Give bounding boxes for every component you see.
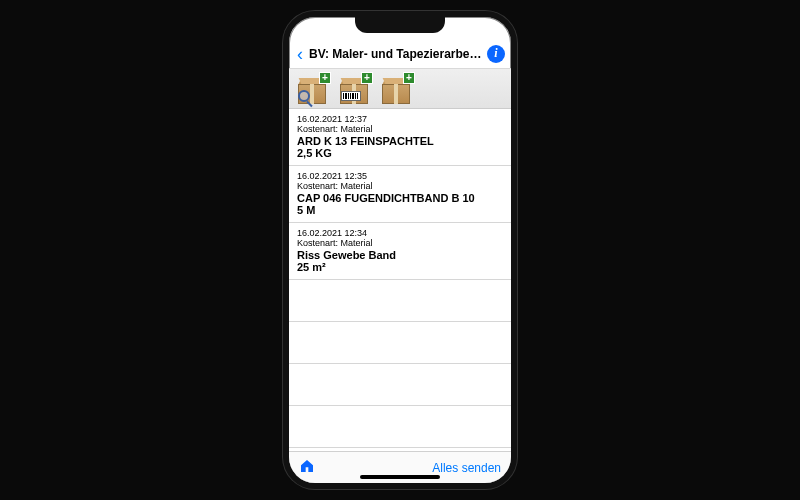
item-timestamp: 16.02.2021 12:37 (297, 114, 503, 124)
barcode-icon (341, 91, 361, 101)
home-indicator (360, 475, 440, 479)
back-button[interactable]: ‹ (295, 45, 305, 63)
info-icon: i (494, 46, 497, 61)
box-icon (382, 82, 410, 104)
info-button[interactable]: i (487, 45, 505, 63)
item-name: Riss Gewebe Band (297, 249, 503, 261)
add-material-search-button[interactable]: + (295, 74, 329, 104)
item-name: CAP 046 FUGENDICHTBAND B 10 (297, 192, 503, 204)
item-quantity: 2,5 KG (297, 147, 503, 159)
item-kostenart: Kostenart: Material (297, 181, 503, 191)
device-notch (355, 17, 445, 33)
item-timestamp: 16.02.2021 12:34 (297, 228, 503, 238)
empty-row (289, 322, 511, 364)
list-item[interactable]: 16.02.2021 12:35Kostenart: MaterialCAP 0… (289, 166, 511, 223)
item-kostenart: Kostenart: Material (297, 124, 503, 134)
item-quantity: 5 M (297, 204, 503, 216)
empty-row (289, 406, 511, 448)
add-material-button[interactable]: + (379, 74, 413, 104)
plus-badge-icon: + (319, 72, 331, 84)
add-material-barcode-button[interactable]: + (337, 74, 371, 104)
item-timestamp: 16.02.2021 12:35 (297, 171, 503, 181)
plus-badge-icon: + (361, 72, 373, 84)
empty-row (289, 364, 511, 406)
empty-row (289, 280, 511, 322)
item-name: ARD K 13 FEINSPACHTEL (297, 135, 503, 147)
list-item[interactable]: 16.02.2021 12:37Kostenart: MaterialARD K… (289, 109, 511, 166)
home-button[interactable] (299, 458, 315, 478)
magnifier-icon (298, 90, 310, 102)
material-list: 16.02.2021 12:37Kostenart: MaterialARD K… (289, 109, 511, 451)
plus-badge-icon: + (403, 72, 415, 84)
list-item[interactable]: 16.02.2021 12:34Kostenart: MaterialRiss … (289, 223, 511, 280)
item-kostenart: Kostenart: Material (297, 238, 503, 248)
nav-bar: ‹ BV: Maler- und Tapezierarbeite... i (289, 39, 511, 69)
phone-frame: ‹ BV: Maler- und Tapezierarbeite... i + … (283, 11, 517, 489)
action-bar: + + + (289, 69, 511, 109)
item-quantity: 25 m² (297, 261, 503, 273)
send-all-button[interactable]: Alles senden (432, 461, 501, 475)
page-title: BV: Maler- und Tapezierarbeite... (309, 47, 483, 61)
home-icon (299, 458, 315, 474)
